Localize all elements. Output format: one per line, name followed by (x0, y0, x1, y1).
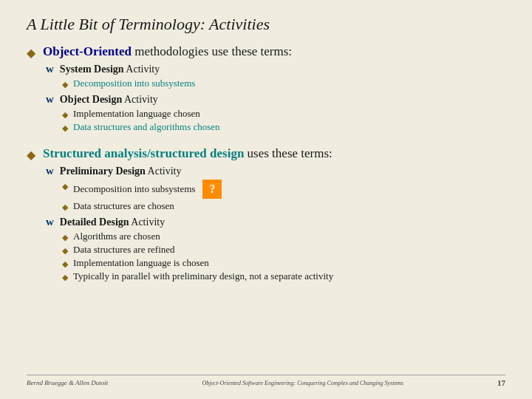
sub-item-impl-lang: ◆ Implementation language chosen (62, 108, 505, 120)
diamond-icon-2: ◆ (27, 148, 35, 162)
sub-item-ds-refined: ◆ Data structures are refined (62, 244, 505, 256)
sub-item-data-structures-oo: ◆ Data structures and algorithms chosen (62, 121, 505, 133)
sub-item-decomp-sa: ◆ Decomposition into subsystems ? (62, 180, 505, 199)
bullet-1-content: Object-Oriented methodologies use these … (43, 44, 505, 134)
impl-lang-text: Implementation language chosen (73, 108, 200, 120)
preliminary-design-title: Preliminary Design Activity (60, 166, 182, 177)
small-diamond-icon-6: ◆ (62, 233, 68, 242)
detailed-design-title-row: w Detailed Design Activity (46, 216, 505, 228)
ds-refined-text: Data structures are refined (73, 244, 175, 256)
detailed-design-title: Detailed Design Activity (60, 216, 165, 228)
w-bullet-1: w (46, 63, 54, 75)
slide-footer: Bernd Bruegge & Allen Dutoit Object-Orie… (27, 375, 505, 387)
typically-text: Typically in parallel with preliminary d… (73, 270, 333, 282)
small-diamond-icon-4: ◆ (62, 182, 68, 191)
small-diamond-icon-7: ◆ (62, 246, 68, 256)
question-badge: ? (202, 180, 222, 199)
small-diamond-icon: ◆ (62, 80, 68, 89)
bullet-1-label: Object-Oriented methodologies use these … (43, 44, 292, 58)
detailed-design-items: ◆ Algorithms are chosen ◆ Data structure… (62, 231, 505, 282)
small-diamond-icon-5: ◆ (62, 202, 68, 212)
system-design-title-row: w System Design Activity (46, 63, 505, 75)
object-design-items: ◆ Implementation language chosen ◆ Data … (62, 108, 505, 133)
object-design-title-row: w Object Design Activity (46, 93, 505, 106)
system-design-title: System Design Activity (60, 64, 160, 75)
data-chosen-text: Data structures are chosen (73, 200, 174, 212)
footer-page-number: 17 (497, 378, 505, 387)
w-bullet-4: w (46, 216, 54, 228)
w-bullet-2: w (46, 93, 54, 106)
decomposition-oo-text: Decomposition into subsystems (73, 78, 195, 89)
data-structures-oo-text: Data structures and algorithms chosen (73, 121, 220, 133)
subsection-system-design: w System Design Activity ◆ Decomposition… (46, 63, 505, 133)
sub-item-decomposition-oo: ◆ Decomposition into subsystems (62, 78, 505, 89)
sub-item-algo: ◆ Algorithms are chosen (62, 231, 505, 242)
sub-item-impl-chosen: ◆ Implementation language is chosen (62, 257, 505, 269)
slide-title: A Little Bit of Terminology: Activities (27, 15, 505, 34)
algo-text: Algorithms are chosen (73, 231, 160, 242)
w-bullet-3: w (46, 165, 54, 177)
sub-item-typically: ◆ Typically in parallel with preliminary… (62, 270, 505, 282)
preliminary-design-items: ◆ Decomposition into subsystems ? ◆ Data… (62, 180, 505, 212)
small-diamond-icon-8: ◆ (62, 259, 68, 269)
footer-book-title: Object-Oriented Software Engineering: Co… (108, 380, 497, 386)
bullet-1: ◆ Object-Oriented methodologies use thes… (27, 44, 505, 134)
footer-authors: Bernd Bruegge & Allen Dutoit (27, 379, 108, 386)
slide: A Little Bit of Terminology: Activities … (0, 0, 532, 399)
small-diamond-icon-2: ◆ (62, 110, 68, 120)
bullet-2: ◆ Structured analysis/structured design … (27, 146, 505, 284)
system-design-items: ◆ Decomposition into subsystems (62, 78, 505, 89)
bullet-2-content: Structured analysis/structured design us… (43, 146, 505, 284)
subsection-preliminary: w Preliminary Design Activity ◆ Decompos… (46, 165, 505, 282)
slide-content: ◆ Object-Oriented methodologies use thes… (27, 44, 505, 370)
sub-item-data-chosen: ◆ Data structures are chosen (62, 200, 505, 212)
decomp-sa-text: Decomposition into subsystems (73, 183, 195, 195)
sa-highlight: Structured analysis/structured design (43, 146, 244, 160)
small-diamond-icon-3: ◆ (62, 123, 68, 133)
object-design-title: Object Design Activity (60, 94, 158, 106)
decomp-sa-row: Decomposition into subsystems ? (73, 180, 222, 199)
small-diamond-icon-9: ◆ (62, 273, 68, 282)
bullet-2-label: Structured analysis/structured design us… (43, 146, 332, 160)
diamond-icon-1: ◆ (27, 46, 35, 60)
impl-chosen-text: Implementation language is chosen (73, 257, 209, 269)
preliminary-design-title-row: w Preliminary Design Activity (46, 165, 505, 177)
oo-highlight: Object-Oriented (43, 44, 132, 58)
